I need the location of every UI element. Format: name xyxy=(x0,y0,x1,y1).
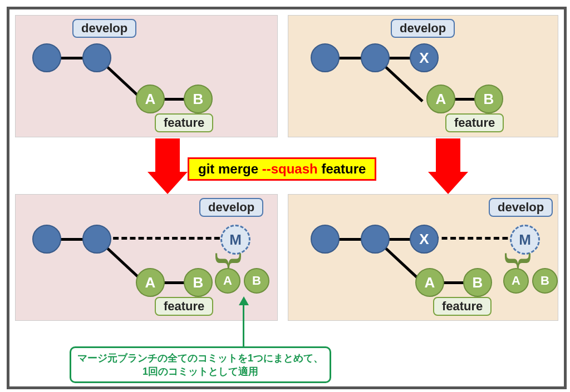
brace-icon: } xyxy=(214,252,247,269)
note-arrow-line xyxy=(243,305,244,348)
commit-blue xyxy=(82,43,111,72)
develop-label: develop xyxy=(391,19,455,38)
arrow-down-icon xyxy=(436,138,460,172)
edge-dashed xyxy=(105,237,228,240)
commit-m: M xyxy=(510,225,540,255)
panel-after-diverged: develop feature X M A B } A B xyxy=(288,194,558,321)
note-arrow-head-icon xyxy=(239,296,249,305)
commit-b-small: B xyxy=(244,268,269,294)
develop-label: develop xyxy=(489,198,553,217)
arrow-down-icon xyxy=(155,138,180,172)
develop-label: develop xyxy=(199,198,263,217)
commit-b: B xyxy=(184,85,213,113)
note-line1: マージ元ブランチの全てのコミットを1つにまとめて、 xyxy=(76,351,325,365)
commit-b: B xyxy=(184,268,213,297)
cmd-suffix: feature xyxy=(318,161,366,176)
commit-a: A xyxy=(415,268,444,297)
commit-blue xyxy=(32,43,61,72)
commit-blue xyxy=(361,225,390,254)
commit-blue xyxy=(32,225,61,254)
feature-label: feature xyxy=(433,297,492,316)
commit-a: A xyxy=(136,268,165,297)
cmd-flag: --squash xyxy=(262,161,318,176)
cmd-prefix: git merge xyxy=(198,161,262,176)
commit-b-small: B xyxy=(532,268,558,294)
brace-icon: } xyxy=(504,252,536,269)
develop-label: develop xyxy=(72,19,136,38)
commit-blue xyxy=(311,43,340,72)
commit-a: A xyxy=(136,85,165,113)
commit-x: X xyxy=(410,225,439,254)
note-box: マージ元ブランチの全てのコミットを1つにまとめて、 1回のコミットとして適用 xyxy=(70,346,331,383)
command-box: git merge --squash feature xyxy=(188,157,376,181)
edge-dashed xyxy=(433,237,517,240)
commit-a-small: A xyxy=(215,268,240,294)
panel-before-simple: develop feature A B xyxy=(15,15,278,137)
commit-blue xyxy=(82,225,111,254)
commit-a-small: A xyxy=(503,268,529,294)
arrow-down-head-icon xyxy=(428,172,468,194)
feature-label: feature xyxy=(155,113,213,132)
feature-label: feature xyxy=(445,113,504,132)
panel-before-diverged: develop feature X A B xyxy=(288,15,558,137)
commit-a: A xyxy=(426,85,455,113)
commit-m: M xyxy=(220,225,250,255)
feature-label: feature xyxy=(155,297,213,316)
commit-blue xyxy=(361,43,390,72)
commit-x: X xyxy=(410,43,439,72)
commit-b: B xyxy=(463,268,492,297)
commit-b: B xyxy=(474,85,503,113)
diagram-frame: develop feature A B develop feature X A … xyxy=(7,7,567,389)
note-line2: 1回のコミットとして適用 xyxy=(76,365,325,378)
arrow-down-head-icon xyxy=(148,172,188,194)
commit-blue xyxy=(311,225,340,254)
